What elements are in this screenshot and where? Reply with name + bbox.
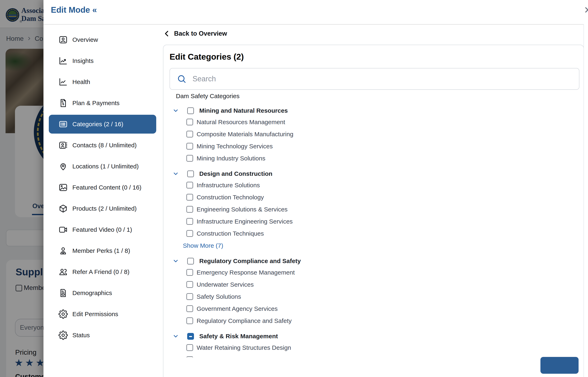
category-item: Underwater Services [169,278,578,291]
section-label: Mining and Natural Resources [199,107,288,114]
category-checkbox[interactable] [186,305,193,312]
category-section-header: Design and Construction [169,168,578,179]
category-checkbox[interactable] [186,269,193,276]
category-checkbox[interactable] [186,230,193,237]
category-checkbox[interactable] [186,293,193,300]
section-checkbox[interactable] [187,170,194,177]
sidebar-item-locations-unlimited[interactable]: Locations (1 / Unlimited) [49,157,156,176]
category-checkbox[interactable] [186,155,193,162]
edit-mode-title[interactable]: Edit Mode « [51,5,97,14]
category-checkbox[interactable] [186,143,193,150]
category-section-header: Safety & Risk Management [169,331,578,342]
category-checkbox[interactable] [186,344,193,351]
category-item-label: Water Retaining Structures Design [197,344,291,351]
category-item: Natural Resources Management [169,116,578,128]
dim-overlay [0,0,43,377]
category-item: Water Retaining Structures Design [169,342,578,354]
category-item-label: Infrastructure Engineering Services [197,218,293,225]
gear-icon [59,330,68,340]
category-item-label: Regulatory Compliance and Safety [197,317,292,324]
search-icon [177,74,186,83]
category-checkbox[interactable] [186,131,193,138]
sidebar-item-status[interactable]: Status [49,326,156,345]
people-icon [59,267,68,277]
sidebar-item-refer-a-friend[interactable]: Refer A Friend (0 / 8) [49,262,156,281]
sidebar-item-label: Products (2 / Unlimited) [72,205,137,212]
category-item-label: Mining Industry Solutions [197,155,265,162]
sidebar-item-plan-payments[interactable]: $Plan & Payments [49,94,156,112]
sidebar-item-label: Status [72,332,90,339]
collapse-chevrons-icon[interactable]: « [92,5,97,14]
category-item-label: Construction Techniques [197,230,264,237]
category-list: Dam Safety Categories Mining and Natural… [169,91,578,357]
back-to-overview-button[interactable]: Back to Overview [163,30,227,37]
category-checkbox[interactable] [186,194,193,200]
category-item: Mining Industry Solutions [169,152,578,164]
svg-text:$: $ [62,102,64,106]
sidebar-item-label: Categories (2 / 16) [72,121,123,128]
sidebar-item-label: Locations (1 / Unlimited) [72,163,139,170]
category-item-label: Underwater Services [197,281,254,288]
category-item: Emergency Response Management [169,266,578,278]
sidebar-item-products-unlimited[interactable]: Products (2 / Unlimited) [49,199,156,218]
category-item-label: Natural Resources Management [197,119,285,126]
edit-mode-label: Edit Mode [51,5,90,14]
sidebar-item-categories[interactable]: Categories (2 / 16) [49,115,156,134]
sidebar-item-member-perks[interactable]: Member Perks (1 / 8) [49,241,156,260]
blank-button[interactable] [540,357,578,374]
edit-mode-panel: Edit Mode « ✕ OverviewInsightsHealth$Pla… [43,0,588,377]
chevron-down-icon[interactable] [172,258,180,264]
sidebar-item-contacts-unlimited[interactable]: Contacts (8 / Unlimited) [49,136,156,155]
card-title: Edit Categories (2) [169,52,244,62]
sidebar-item-featured-content[interactable]: Featured Content (0 / 16) [49,178,156,197]
show-more-link[interactable]: Show More (7) [169,239,578,252]
category-checkbox[interactable] [186,206,193,213]
line-chart-icon [59,77,68,87]
category-checkbox[interactable] [186,218,193,225]
category-item: Safety and Compliance Solutions [169,354,578,357]
edit-categories-card: Edit Categories (2) Dam Safety Categorie… [163,45,584,377]
category-item: Construction Techniques [169,227,578,239]
sidebar-item-overview[interactable]: Overview [49,30,156,49]
category-item: Infrastructure Solutions [169,179,578,191]
search-input[interactable] [192,74,579,83]
section-checkbox[interactable] [187,333,194,340]
sidebar-item-edit-permissions[interactable]: Edit Permissions [49,305,156,324]
category-item: Regulatory Compliance and Safety [169,315,578,327]
sidebar-item-label: Demographics [72,290,112,296]
close-icon[interactable]: ✕ [584,4,588,16]
section-checkbox[interactable] [187,258,194,265]
sidebar-item-label: Refer A Friend (0 / 8) [72,268,129,275]
sidebar-item-label: Featured Video (0 / 1) [72,226,132,233]
category-item-label: Engineering Solutions & Services [197,206,288,213]
category-checkbox[interactable] [186,119,193,125]
sidebar-nav: OverviewInsightsHealth$Plan & PaymentsCa… [43,30,162,347]
cube-icon [59,204,68,213]
list-card-icon [59,119,68,129]
category-item: Construction Technology [169,191,578,203]
sidebar-item-insights[interactable]: Insights [49,51,156,70]
sidebar-item-label: Edit Permissions [72,311,118,318]
category-section-header: Regulatory Compliance and Safety [169,256,578,266]
sidebar-item-featured-video[interactable]: Featured Video (0 / 1) [49,220,156,239]
sidebar-item-demographics[interactable]: Demographics [49,283,156,302]
category-checkbox[interactable] [186,317,193,324]
chevron-down-icon[interactable] [172,333,180,340]
chevron-down-icon[interactable] [172,107,180,114]
category-checkbox[interactable] [186,281,193,288]
category-item-label: Government Agency Services [197,305,278,312]
sidebar-item-label: Insights [72,57,94,64]
category-checkbox[interactable] [186,356,193,357]
person-icon [59,246,68,256]
scrollbar-gutter[interactable] [584,24,588,377]
sidebar-item-label: Plan & Payments [72,100,120,106]
category-group-label: Dam Safety Categories [169,91,578,101]
sidebar-item-label: Member Perks (1 / 8) [72,247,130,254]
map-pin-icon [59,162,68,171]
category-checkbox[interactable] [186,182,193,188]
chevron-down-icon[interactable] [172,170,180,177]
section-checkbox[interactable] [187,107,194,114]
category-item-label: Infrastructure Solutions [197,182,260,189]
sidebar-item-health[interactable]: Health [49,72,156,91]
contact-card-icon [59,141,68,150]
